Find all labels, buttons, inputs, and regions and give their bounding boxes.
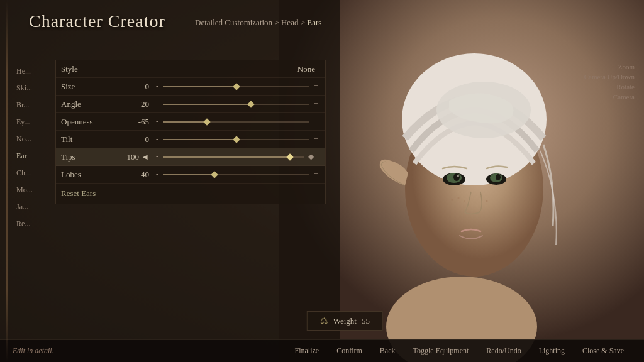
weight-indicator: ⚖ Weight 55 bbox=[307, 311, 383, 331]
slider-label-size: Size bbox=[61, 82, 118, 92]
weight-label: Weight bbox=[333, 316, 357, 326]
slider-controls-size: - + bbox=[154, 82, 320, 91]
style-row[interactable]: Style None bbox=[56, 60, 325, 78]
slider-minus-size[interactable]: - bbox=[154, 82, 160, 91]
slider-track-openness[interactable] bbox=[163, 121, 309, 123]
slider-plus-size[interactable]: + bbox=[312, 82, 320, 91]
sidebar-item-jaw[interactable]: Ja... bbox=[14, 199, 55, 216]
slider-controls-angle: - + bbox=[154, 99, 320, 109]
toggle-equipment-button[interactable]: Toggle Equipment bbox=[406, 344, 477, 358]
slider-controls-tips: - ◆+ bbox=[154, 152, 320, 162]
slider-row-tilt[interactable]: Tilt 0 - + bbox=[56, 131, 325, 148]
slider-value-openness: -65 bbox=[118, 117, 149, 127]
style-label: Style bbox=[61, 64, 118, 74]
style-value: None bbox=[118, 64, 315, 74]
slider-fill-openness bbox=[163, 121, 207, 123]
sidebar-item-cheeks[interactable]: Ch... bbox=[14, 165, 55, 182]
breadcrumb-level2: Head bbox=[281, 18, 298, 27]
rotate-label: Rotate bbox=[584, 83, 635, 90]
slider-row-tips[interactable]: Tips 100 ◄ - ◆+ bbox=[56, 148, 325, 166]
slider-track-tilt[interactable] bbox=[163, 139, 309, 140]
slider-thumb-tilt bbox=[233, 136, 240, 143]
sidebar-item-nose[interactable]: No... bbox=[14, 131, 55, 148]
close-save-button[interactable]: Close & Save bbox=[575, 344, 631, 358]
slider-plus-tilt[interactable]: + bbox=[312, 134, 320, 144]
reset-ears-label: Reset Ears bbox=[61, 189, 96, 198]
sidebar-item-mouth[interactable]: Mo... bbox=[14, 182, 55, 199]
slider-value-lobes: -40 bbox=[118, 170, 149, 180]
slider-controls-lobes: - + bbox=[154, 170, 320, 179]
weight-icon: ⚖ bbox=[320, 315, 328, 326]
reset-ears-button[interactable]: Reset Ears bbox=[56, 184, 325, 204]
breadcrumb-sep1: > bbox=[274, 18, 281, 27]
content-panel: Style None Size 0 - + Angle 20 - bbox=[55, 60, 326, 204]
slider-minus-lobes[interactable]: - bbox=[154, 170, 160, 179]
left-border-decoration bbox=[6, 0, 8, 362]
sidebar: He... Ski... Br... Ey... No... Ear Ch...… bbox=[14, 63, 55, 233]
camera-updown-label: Camera Up/Down bbox=[584, 73, 635, 80]
slider-row-size[interactable]: Size 0 - + bbox=[56, 78, 325, 96]
finalize-button[interactable]: Finalize bbox=[287, 344, 327, 358]
slider-thumb-lobes bbox=[211, 171, 218, 178]
slider-plus-openness[interactable]: + bbox=[312, 117, 320, 126]
breadcrumb-sep2: > bbox=[301, 18, 308, 27]
slider-minus-openness[interactable]: - bbox=[154, 117, 160, 126]
slider-plus-tips[interactable]: ◆+ bbox=[306, 152, 320, 162]
breadcrumb-path: Detailed Customization bbox=[195, 18, 272, 27]
edit-in-detail-text: Edit in detail. bbox=[13, 346, 54, 356]
redo-undo-button[interactable]: Redo/Undo bbox=[479, 344, 528, 358]
slider-label-tilt: Tilt bbox=[61, 134, 118, 145]
slider-track-size[interactable] bbox=[163, 86, 309, 87]
sidebar-item-rest[interactable]: Re... bbox=[14, 216, 55, 233]
slider-value-tilt: 0 bbox=[118, 134, 149, 145]
slider-row-lobes[interactable]: Lobes -40 - + bbox=[56, 166, 325, 184]
sidebar-item-head[interactable]: He... bbox=[14, 63, 55, 80]
bottom-toolbar: Edit in detail. Finalize Confirm Back To… bbox=[0, 339, 644, 362]
slider-plus-lobes[interactable]: + bbox=[312, 170, 320, 179]
slider-controls-openness: - + bbox=[154, 117, 320, 126]
slider-controls-tilt: - + bbox=[154, 134, 320, 144]
slider-plus-angle[interactable]: + bbox=[312, 99, 320, 109]
lighting-button[interactable]: Lighting bbox=[531, 344, 572, 358]
sidebar-item-ears[interactable]: Ear bbox=[14, 148, 55, 165]
sidebar-item-skin[interactable]: Ski... bbox=[14, 80, 55, 97]
slider-thumb-openness bbox=[203, 118, 210, 125]
slider-minus-tips[interactable]: - bbox=[154, 152, 160, 162]
slider-value-angle: 20 bbox=[118, 99, 149, 109]
back-button[interactable]: Back bbox=[372, 344, 403, 358]
slider-track-angle[interactable] bbox=[163, 104, 309, 105]
camera-controls: Zoom Camera Up/Down Rotate Camera bbox=[584, 63, 635, 103]
slider-thumb-tips bbox=[286, 153, 293, 160]
slider-label-tips: Tips bbox=[61, 152, 118, 162]
slider-track-tips[interactable] bbox=[163, 156, 304, 158]
slider-thumb-angle bbox=[247, 101, 254, 107]
slider-minus-tilt[interactable]: - bbox=[154, 134, 160, 144]
confirm-button[interactable]: Confirm bbox=[329, 344, 370, 358]
slider-row-openness[interactable]: Openness -65 - + bbox=[56, 113, 325, 131]
sidebar-item-brows[interactable]: Br... bbox=[14, 97, 55, 114]
bottom-buttons: Finalize Confirm Back Toggle Equipment R… bbox=[287, 344, 631, 358]
slider-value-tips: 100 ◄ bbox=[118, 152, 149, 162]
slider-fill-lobes bbox=[163, 174, 214, 175]
app-title: Character Creator bbox=[29, 11, 165, 31]
camera-label: Camera bbox=[584, 93, 635, 101]
slider-fill-angle bbox=[163, 104, 251, 105]
breadcrumb-current: Ears bbox=[307, 18, 321, 27]
slider-label-openness: Openness bbox=[61, 117, 118, 127]
slider-row-angle[interactable]: Angle 20 - + bbox=[56, 96, 325, 113]
sidebar-item-eyes[interactable]: Ey... bbox=[14, 114, 55, 131]
slider-value-size: 0 bbox=[118, 82, 149, 92]
breadcrumb: Detailed Customization > Head > Ears bbox=[195, 18, 321, 28]
slider-minus-angle[interactable]: - bbox=[154, 99, 160, 109]
weight-value: 55 bbox=[362, 316, 370, 326]
slider-label-angle: Angle bbox=[61, 99, 118, 109]
slider-fill-tips bbox=[163, 156, 290, 158]
slider-fill-size bbox=[163, 86, 236, 87]
main-container: Character Creator Detailed Customization… bbox=[0, 0, 644, 362]
slider-thumb-size bbox=[233, 83, 240, 90]
title-area: Character Creator bbox=[29, 11, 165, 31]
slider-label-lobes: Lobes bbox=[61, 170, 118, 180]
slider-track-lobes[interactable] bbox=[163, 174, 309, 175]
zoom-label: Zoom bbox=[584, 63, 635, 70]
slider-fill-tilt bbox=[163, 139, 236, 140]
